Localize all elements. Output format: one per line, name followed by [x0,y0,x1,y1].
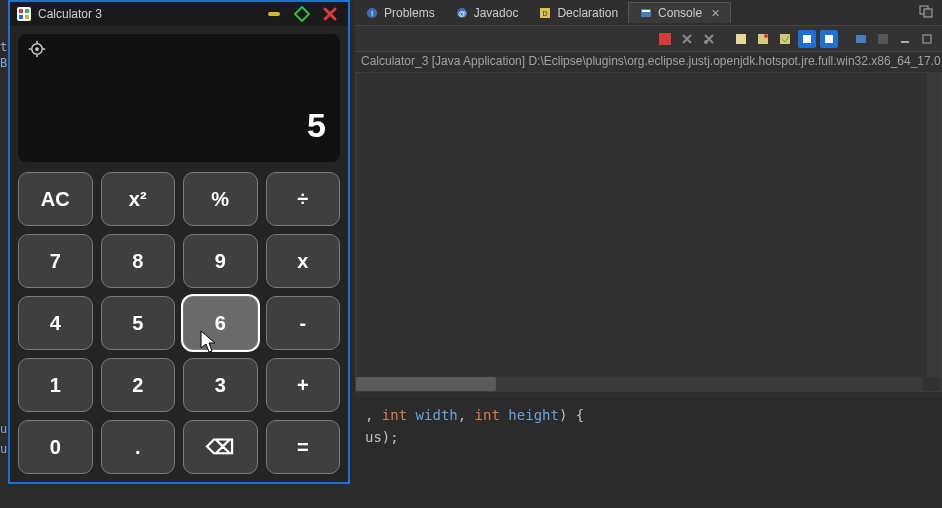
calc-key-1[interactable]: 1 [18,358,93,412]
calculator-display: 5 [18,34,340,162]
svg-text:@: @ [458,9,466,18]
calc-key-[interactable]: ÷ [266,172,341,226]
edge-letter: B [0,56,7,70]
calc-key-8[interactable]: 8 [101,234,176,288]
terminate-icon[interactable] [656,30,674,48]
scrollbar-horizontal[interactable] [356,377,923,391]
calc-key-[interactable]: - [266,296,341,350]
remove-all-icon[interactable] [678,30,696,48]
svg-rect-19 [642,10,650,12]
javadoc-icon: @ [455,6,469,20]
console-description: Calculator_3 [Java Application] D:\Eclip… [355,52,942,70]
svg-rect-32 [901,41,909,43]
calculator-window: Calculator 3 5 ACx²%÷789x456-123+0.⌫= [8,0,350,484]
calc-key-[interactable]: + [266,358,341,412]
app-icon [16,6,32,22]
close-icon[interactable]: ✕ [711,7,720,20]
calc-key-[interactable]: % [183,172,258,226]
tab-label: Javadoc [474,6,519,20]
svg-rect-3 [19,15,23,19]
minimize-button[interactable] [262,5,286,23]
svg-rect-2 [25,9,29,13]
calc-key-ac[interactable]: AC [18,172,93,226]
svg-rect-31 [878,34,888,44]
editor-code[interactable]: , int width, int height) { us); [355,398,942,508]
calc-key-[interactable]: ⌫ [183,420,258,474]
calc-key-5[interactable]: 5 [101,296,176,350]
new-console-icon[interactable] [732,30,750,48]
calculator-title: Calculator 3 [38,7,258,21]
ide-tabs: ! Problems @ Javadoc D Declaration Conso… [355,0,942,26]
remove-launch-icon[interactable] [700,30,718,48]
maximize-button[interactable] [290,5,314,23]
min-icon[interactable] [896,30,914,48]
svg-rect-5 [268,12,280,16]
scroll-lock-icon[interactable] [798,30,816,48]
calculator-keypad: ACx²%÷789x456-123+0.⌫= [18,172,340,474]
svg-rect-4 [25,15,29,19]
svg-point-23 [704,40,708,44]
problems-icon: ! [365,6,379,20]
calc-key-[interactable]: = [266,420,341,474]
svg-rect-21 [924,9,932,17]
calc-key-[interactable]: . [101,420,176,474]
close-button[interactable] [318,5,342,23]
calc-key-9[interactable]: 9 [183,234,258,288]
code-line: us); [365,426,932,448]
console-icon [639,6,653,20]
tab-problems[interactable]: ! Problems [355,3,445,23]
edge-letter: t [0,40,7,54]
word-wrap-icon[interactable] [820,30,838,48]
tab-label: Console [658,6,702,20]
svg-rect-1 [19,9,23,13]
open-console-icon[interactable] [852,30,870,48]
svg-point-7 [35,47,39,51]
svg-text:D: D [543,10,548,17]
scrollbar-thumb[interactable] [356,377,496,391]
calculator-body: 5 ACx²%÷789x456-123+0.⌫= [10,26,348,482]
restore-view-icon[interactable] [918,4,934,18]
console-toolbar [355,26,942,52]
calc-key-x[interactable]: x² [101,172,176,226]
display-value: 5 [307,106,326,145]
show-console-icon[interactable] [874,30,892,48]
calc-key-4[interactable]: 4 [18,296,93,350]
svg-rect-28 [803,35,811,43]
tab-label: Problems [384,6,435,20]
svg-rect-24 [736,34,746,44]
calculator-titlebar[interactable]: Calculator 3 [10,2,348,26]
svg-text:!: ! [371,9,373,18]
svg-rect-30 [856,35,866,43]
pin-console-icon[interactable] [754,30,772,48]
ide-panel: ! Problems @ Javadoc D Declaration Conso… [355,0,942,508]
tab-console[interactable]: Console ✕ [628,2,731,23]
gear-icon[interactable] [28,40,46,62]
tab-javadoc[interactable]: @ Javadoc [445,3,529,23]
display-selected-icon[interactable] [776,30,794,48]
calc-key-6[interactable]: 6 [183,296,258,350]
svg-point-26 [764,34,768,38]
tab-label: Declaration [557,6,618,20]
console-output[interactable] [355,72,942,392]
calc-key-0[interactable]: 0 [18,420,93,474]
svg-rect-29 [825,35,833,43]
calc-key-7[interactable]: 7 [18,234,93,288]
code-line: , int width, int height) { [365,404,932,426]
svg-rect-33 [923,35,931,43]
calc-key-x[interactable]: x [266,234,341,288]
tab-declaration[interactable]: D Declaration [528,3,628,23]
max-icon[interactable] [918,30,936,48]
calc-key-3[interactable]: 3 [183,358,258,412]
calc-key-2[interactable]: 2 [101,358,176,412]
declaration-icon: D [538,6,552,20]
scrollbar-vertical[interactable] [927,73,941,377]
svg-rect-22 [659,33,671,45]
